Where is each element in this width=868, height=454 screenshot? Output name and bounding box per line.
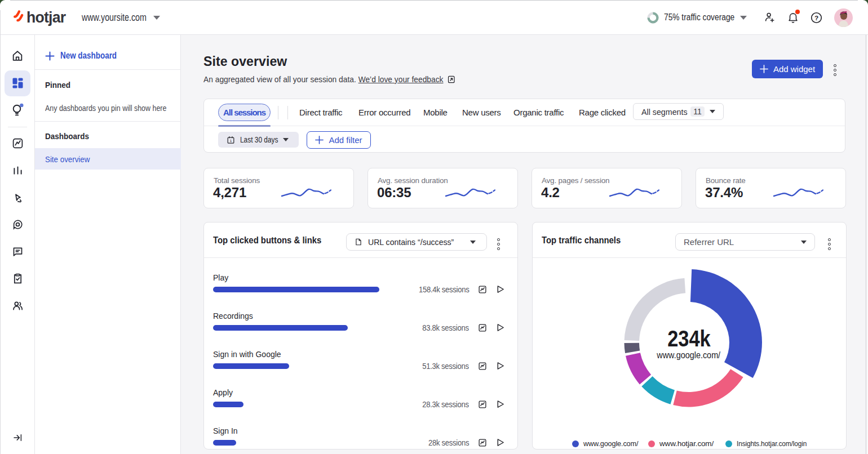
svg-text:?: ?: [814, 14, 818, 21]
svg-text:1: 1: [230, 139, 232, 143]
